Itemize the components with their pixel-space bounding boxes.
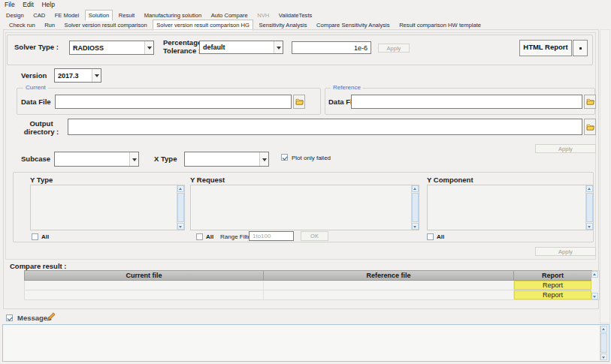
solver-type-select[interactable]: RADIOSS: [69, 41, 154, 55]
tolerance-apply-label: Apply: [387, 45, 401, 52]
scroll-down-icon[interactable]: [591, 293, 598, 299]
chevron-down-icon[interactable]: [259, 152, 268, 166]
current-data-file-browse-button[interactable]: [293, 95, 305, 109]
scroll-up-icon[interactable]: [591, 271, 598, 278]
current-file-cell[interactable]: [25, 281, 264, 290]
compare-result-title: Compare result :: [10, 262, 67, 270]
scrollbar-thumb[interactable]: [600, 333, 607, 353]
solver-type-label: Solver Type :: [14, 43, 59, 51]
yrequest-all-checkbox[interactable]: [196, 233, 203, 240]
percentage-tolerance-label: Percentage Tolerance :: [163, 39, 201, 55]
ycomponent-label: Y Component: [427, 176, 473, 184]
subcase-label: Subcase: [21, 155, 50, 163]
scroll-down-icon[interactable]: [600, 353, 607, 360]
ycomponent-all-label: All: [437, 233, 444, 240]
scroll-up-icon[interactable]: [412, 185, 419, 192]
yrequest-all-label: All: [206, 233, 213, 240]
percentage-tolerance-label-line1: Percentage: [163, 38, 201, 47]
html-report-button[interactable]: HTML Report: [519, 40, 572, 56]
chevron-down-icon[interactable]: [274, 41, 283, 53]
menu-help[interactable]: Help: [40, 0, 59, 8]
table-scrollbar-track[interactable]: [591, 271, 599, 299]
scroll-down-icon[interactable]: [177, 223, 184, 230]
menu-edit[interactable]: Edit: [21, 0, 38, 8]
ycomponent-list[interactable]: [427, 185, 594, 230]
percentage-tolerance-label-line2: Tolerance :: [163, 47, 201, 55]
current-file-cell[interactable]: [25, 290, 264, 299]
scrollbar-thumb[interactable]: [586, 193, 593, 222]
ytype-list-scrollbar[interactable]: [177, 185, 184, 230]
files-apply-label: Apply: [558, 146, 573, 152]
tolerance-apply-button[interactable]: Apply: [378, 44, 410, 53]
column-header-reference-file: Reference file: [264, 271, 514, 280]
menu-file[interactable]: File: [3, 0, 20, 8]
menu-bar: File Edit Help: [0, 0, 611, 10]
messages-output-area[interactable]: [2, 324, 609, 362]
tolerance-value-input[interactable]: [292, 41, 371, 54]
panel-scrollbar-track[interactable]: [600, 29, 610, 323]
ytype-list[interactable]: [30, 185, 185, 230]
solver-type-value: RADIOSS: [73, 44, 104, 52]
plot-only-failed-label: Plot only failed: [292, 155, 331, 161]
chevron-down-icon[interactable]: [92, 69, 101, 82]
xtype-select[interactable]: [184, 152, 269, 167]
app-window: File Edit Help Design CAD FE Model Solut…: [0, 0, 611, 364]
chevron-down-icon[interactable]: [129, 152, 138, 166]
current-data-file-label: Data File: [21, 98, 51, 106]
subcase-select[interactable]: [54, 152, 139, 167]
edit-pencil-icon[interactable]: [47, 312, 56, 321]
yrequest-label: Y Request: [190, 176, 225, 184]
output-directory-label: Output directory :: [18, 120, 65, 136]
output-directory-browse-button[interactable]: [584, 119, 596, 135]
column-header-current-file: Current file: [25, 271, 264, 280]
ytype-all-checkbox[interactable]: [32, 233, 38, 240]
solution-sub-tab-bar: Check run Run Solver version result comp…: [5, 20, 485, 30]
table-row: Report: [24, 290, 592, 300]
reference-data-file-input[interactable]: [351, 95, 582, 109]
yrequest-list-scrollbar[interactable]: [411, 185, 419, 230]
scrollbar-thumb[interactable]: [177, 193, 184, 222]
chevron-down-icon[interactable]: [144, 41, 153, 54]
reference-group-title: Reference: [331, 84, 363, 91]
version-value: 2017.3: [58, 72, 79, 80]
scroll-down-icon[interactable]: [412, 223, 419, 230]
scroll-up-icon[interactable]: [586, 185, 593, 192]
ycomponent-all-checkbox[interactable]: [427, 233, 434, 240]
xtype-label: X Type: [154, 155, 177, 163]
output-directory-label-line2: directory :: [24, 128, 59, 136]
yrequest-list[interactable]: [190, 185, 419, 230]
output-directory-input[interactable]: [68, 119, 582, 135]
reference-data-file-browse-button[interactable]: [584, 95, 596, 109]
plot-only-failed-checkbox[interactable]: [281, 154, 288, 161]
files-apply-button[interactable]: Apply: [535, 144, 596, 153]
report-button[interactable]: Report: [514, 290, 591, 299]
table-row: Report: [24, 281, 592, 290]
version-label: Version: [21, 71, 47, 80]
scrollbar-thumb[interactable]: [412, 193, 419, 222]
compare-result-table-header: Current file Reference file Report: [24, 270, 592, 281]
reference-file-cell[interactable]: [264, 290, 514, 299]
dot-icon: [579, 47, 582, 50]
version-select[interactable]: 2017.3: [54, 68, 101, 83]
scroll-up-icon[interactable]: [600, 326, 607, 332]
compare-result-table-scrollbar[interactable]: [592, 270, 600, 300]
range-filter-ok-button[interactable]: OK: [301, 231, 328, 241]
open-folder-icon: [586, 124, 594, 131]
ycomponent-list-scrollbar[interactable]: [585, 185, 593, 230]
html-report-label: HTML Report: [523, 43, 567, 51]
tolerance-select[interactable]: default: [199, 41, 283, 54]
current-group-title: Current: [23, 84, 48, 91]
scroll-down-icon[interactable]: [586, 223, 593, 230]
range-filter-ok-label: OK: [310, 233, 319, 239]
plot-apply-button[interactable]: Apply: [535, 247, 596, 256]
report-button[interactable]: Report: [514, 281, 591, 290]
current-data-file-input[interactable]: [55, 95, 292, 109]
messages-scrollbar[interactable]: [600, 326, 608, 360]
plot-apply-label: Apply: [558, 248, 573, 255]
range-filter-input[interactable]: [249, 231, 294, 241]
reference-file-cell[interactable]: [264, 281, 514, 290]
compare-result-table: Current file Reference file Report Repor…: [24, 270, 592, 300]
messages-checkbox[interactable]: [6, 314, 13, 321]
html-report-menu-button[interactable]: [573, 40, 588, 56]
scroll-up-icon[interactable]: [177, 185, 184, 192]
